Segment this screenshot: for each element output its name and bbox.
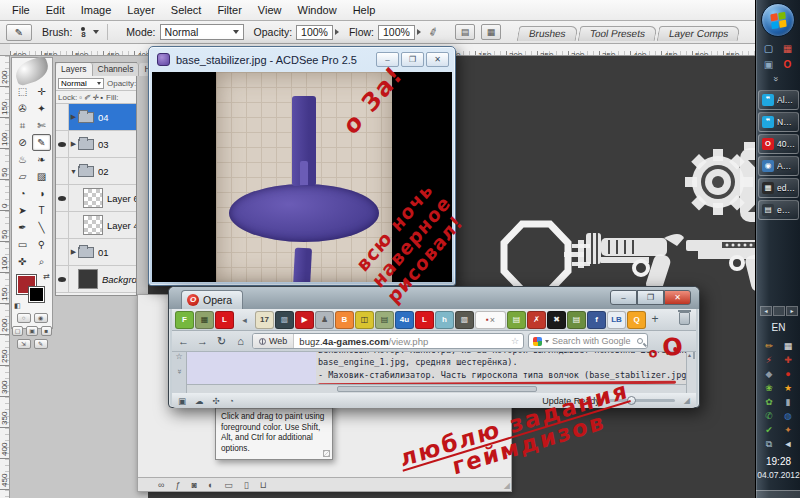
jump-to-imageready-button[interactable]: ⇲: [17, 339, 31, 349]
maximize-button[interactable]: ❐: [401, 52, 424, 67]
minimize-button[interactable]: –: [610, 290, 637, 305]
dropdown-caret-icon[interactable]: [93, 30, 99, 34]
flow-input[interactable]: 100%: [378, 25, 415, 40]
opacity-stepper-icon[interactable]: [335, 29, 339, 35]
tool-button[interactable]: ◑: [32, 185, 51, 202]
opera-tab[interactable]: ▤: [567, 311, 586, 329]
scroll-right-icon[interactable]: ▸: [786, 306, 798, 316]
palette-well-tab[interactable]: Tool Presets: [577, 26, 657, 41]
status-icon[interactable]: ✣: [213, 396, 220, 406]
layer-blend-select[interactable]: Normal: [58, 78, 104, 89]
brush-tool-preset-icon[interactable]: ✎: [6, 24, 32, 41]
tab-close-icon[interactable]: ×: [490, 315, 495, 325]
layer-row[interactable]: ▶ 04: [56, 104, 136, 131]
opera-tab[interactable]: ◂: [235, 311, 254, 329]
file-browser-button[interactable]: ▤: [455, 24, 475, 40]
status-icon[interactable]: ▣: [178, 396, 186, 406]
vertical-scrollbar[interactable]: ▲▼: [686, 352, 696, 393]
expand-triangle-icon[interactable]: ▶: [69, 248, 78, 256]
layer-footer-icon[interactable]: ◐: [208, 478, 213, 492]
lock-toggle-icon[interactable]: ▫: [79, 93, 82, 102]
taskbar-app-button[interactable]: ▤ e…: [758, 200, 799, 220]
tool-button[interactable]: ⌗: [13, 117, 32, 134]
jump-to-button[interactable]: ✎: [34, 339, 48, 349]
quick-launch-icon[interactable]: ▦: [779, 42, 796, 56]
status-icon[interactable]: ◔: [229, 396, 234, 406]
opera-tab[interactable]: L: [215, 311, 234, 329]
bookmark-star-icon[interactable]: ☆: [511, 336, 519, 346]
bookmark-star-icon[interactable]: ☆: [175, 352, 182, 361]
scroll-thumb[interactable]: [337, 386, 537, 392]
home-button[interactable]: ⌂: [233, 335, 248, 347]
layer-footer-icon[interactable]: ⊔: [260, 478, 267, 492]
tool-button[interactable]: ◔: [13, 185, 32, 202]
tool-button[interactable]: ▨: [32, 168, 51, 185]
opera-tab[interactable]: 4u: [395, 311, 414, 329]
palette-well-tab[interactable]: Layer Comps: [656, 26, 740, 41]
menu-item[interactable]: Layer: [119, 0, 163, 21]
scroll-arrow-icon[interactable]: ▼: [502, 453, 509, 460]
tray-icon[interactable]: ❀: [760, 382, 778, 395]
tray-icon[interactable]: ★: [779, 382, 797, 395]
scroll-box[interactable]: [773, 306, 785, 316]
opera-tab[interactable]: B: [335, 311, 354, 329]
start-button[interactable]: [761, 3, 795, 37]
tool-button[interactable]: ♨: [13, 151, 32, 168]
layer-footer-icon[interactable]: ▭: [224, 478, 233, 492]
menu-item[interactable]: Image: [73, 0, 120, 21]
visibility-toggle[interactable]: [56, 131, 69, 157]
opera-tab[interactable]: ▩: [455, 311, 474, 329]
tool-button[interactable]: ▭: [13, 236, 32, 253]
taskbar-app-button[interactable]: ◉ A…: [758, 156, 799, 176]
airbrush-toggle-icon[interactable]: ✐: [427, 24, 440, 39]
slider-knob[interactable]: [627, 396, 636, 405]
back-button[interactable]: ←: [176, 335, 191, 347]
menu-item[interactable]: Filter: [209, 0, 249, 21]
menu-item[interactable]: Edit: [38, 0, 73, 21]
tool-button[interactable]: ✎: [32, 134, 51, 151]
menu-item[interactable]: Select: [163, 0, 210, 21]
opera-titlebar[interactable]: O Opera – ❐ ✕: [169, 287, 699, 309]
layer-row[interactable]: Layer 4: [56, 212, 136, 239]
tray-icon[interactable]: ⚡: [760, 354, 778, 367]
layer-footer-icon[interactable]: ▯: [244, 478, 249, 492]
opera-tab[interactable]: ✖: [547, 311, 566, 329]
close-button[interactable]: ✕: [426, 52, 449, 67]
opera-tab[interactable]: ◫: [355, 311, 374, 329]
opera-tab[interactable]: LB: [607, 311, 626, 329]
tray-icon[interactable]: ✔: [760, 424, 778, 437]
chevron-icon[interactable]: »: [771, 76, 781, 81]
standard-mode-button[interactable]: ○: [17, 313, 31, 323]
tray-icon[interactable]: ◆: [760, 368, 778, 381]
opera-menu-button[interactable]: O Opera: [181, 290, 243, 309]
default-colors-icon[interactable]: ◧: [14, 302, 21, 310]
menu-item[interactable]: Help: [345, 0, 384, 21]
taskbar-app-button[interactable]: ❞ N…: [758, 112, 799, 132]
tray-icon[interactable]: ◄: [779, 438, 797, 451]
lock-toggle-icon[interactable]: ✛: [92, 93, 98, 102]
opacity-input[interactable]: 100%: [296, 25, 333, 40]
visibility-toggle[interactable]: [56, 158, 69, 184]
layer-footer-icon[interactable]: ƒ: [175, 478, 180, 492]
visibility-toggle[interactable]: [56, 104, 69, 130]
search-magnifier-icon[interactable]: [637, 338, 643, 344]
layer-row[interactable]: ▼ 02: [56, 158, 136, 185]
opera-tab[interactable]: 17: [255, 311, 274, 329]
tray-icon[interactable]: ⧉: [760, 438, 778, 451]
opera-tab[interactable]: ▤: [375, 311, 394, 329]
tray-icon[interactable]: ▦: [779, 340, 797, 353]
opera-panel-strip[interactable]: ☆ »: [172, 352, 187, 393]
close-button[interactable]: ✕: [664, 290, 691, 305]
tool-button[interactable]: ✒: [13, 219, 32, 236]
trash-icon[interactable]: [679, 312, 690, 325]
tool-button[interactable]: T: [32, 202, 51, 219]
language-indicator[interactable]: EN: [756, 322, 800, 333]
opera-tab[interactable]: ♟: [315, 311, 334, 329]
expand-triangle-icon[interactable]: ▶: [69, 140, 78, 148]
layer-footer-icon[interactable]: ∞: [158, 478, 164, 492]
layer-row[interactable]: Background: [56, 266, 136, 293]
taskbar-app-button[interactable]: O 40…: [758, 134, 799, 154]
zoom-slider[interactable]: [609, 399, 675, 402]
layer-row[interactable]: Layer 6: [56, 185, 136, 212]
opera-tab[interactable]: Q: [627, 311, 646, 329]
